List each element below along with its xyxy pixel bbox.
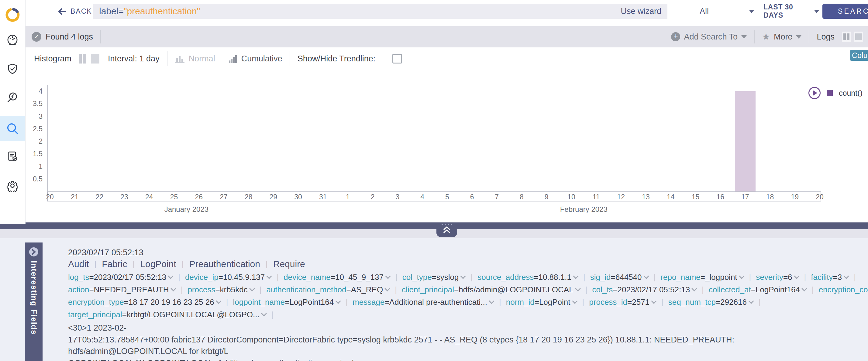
chevron-down-icon[interactable] bbox=[336, 298, 341, 304]
tag-separator: | bbox=[181, 285, 183, 294]
x-axis-day-label: 17 bbox=[733, 193, 757, 201]
field-tag-collected_at[interactable]: collected_at=LogPoint164 bbox=[709, 285, 806, 294]
field-tag-log_ts[interactable]: log_ts=2023/02/17 05:52:13 bbox=[68, 272, 173, 282]
time-range-dropdown[interactable]: LAST 30 DAYS bbox=[764, 4, 819, 19]
sidebar-item-search-active[interactable] bbox=[0, 116, 25, 141]
histogram-bar[interactable] bbox=[735, 91, 755, 191]
divider bbox=[809, 30, 809, 43]
log-label-preauthentication[interactable]: Preauthentication bbox=[189, 259, 260, 269]
add-search-to-button[interactable]: + Add Search To bbox=[671, 32, 747, 42]
more-button[interactable]: ★ More bbox=[762, 32, 801, 42]
chevron-down-icon[interactable] bbox=[216, 298, 221, 304]
chevron-down-icon[interactable] bbox=[794, 273, 799, 279]
x-axis-day-label: 23 bbox=[112, 193, 136, 201]
chevron-down-icon[interactable] bbox=[385, 286, 390, 291]
use-wizard-button[interactable]: Use wizard bbox=[621, 7, 661, 16]
interesting-fields-rail[interactable]: Interesting Fields bbox=[25, 242, 42, 361]
sidebar-item-settings[interactable] bbox=[0, 173, 25, 198]
tag-separator: | bbox=[654, 272, 656, 282]
search-query-input[interactable]: label="preauthentication" Use wizard bbox=[93, 4, 668, 19]
x-axis-month-label: February 2023 bbox=[541, 205, 626, 214]
field-tag-target_principal[interactable]: target_principal=krbtgt/LOGPOINT.LOCAL@L… bbox=[68, 310, 266, 319]
chevron-down-icon[interactable] bbox=[249, 286, 255, 291]
chart-type-dropdown[interactable]: Column bbox=[850, 50, 868, 61]
tag-separator: | bbox=[346, 297, 348, 306]
histogram-split-toggle[interactable] bbox=[79, 54, 87, 64]
divider bbox=[167, 51, 167, 66]
drag-handle-dots[interactable] bbox=[439, 224, 455, 225]
chevron-down-icon[interactable] bbox=[739, 273, 744, 279]
field-tag-device_name[interactable]: device_name=10_45_9_137 bbox=[284, 272, 390, 282]
field-tag-col_type[interactable]: col_type=syslog bbox=[402, 272, 465, 282]
sidebar-item-compliance[interactable] bbox=[0, 57, 25, 81]
chevron-down-icon[interactable] bbox=[748, 298, 754, 304]
field-tag-seq_num_tcp[interactable]: seq_num_tcp=292616 bbox=[668, 297, 753, 306]
cumulative-mode-button[interactable]: Cumulative bbox=[241, 54, 282, 64]
topbar: BACK label="preauthentication" Use wizar… bbox=[25, 0, 868, 26]
tag-separator: | bbox=[583, 272, 585, 282]
chevron-down-icon[interactable] bbox=[575, 286, 581, 291]
chevron-down-icon[interactable] bbox=[168, 273, 173, 279]
field-tag-repo_name[interactable]: repo_name=_logpoint bbox=[660, 272, 743, 282]
trendline-checkbox[interactable] bbox=[392, 54, 402, 64]
chevron-down-icon[interactable] bbox=[651, 298, 656, 304]
log-label-require[interactable]: Require bbox=[273, 259, 305, 269]
field-tag-source_address[interactable]: source_address=10.88.1.1 bbox=[477, 272, 578, 282]
chevron-down-icon[interactable] bbox=[643, 273, 649, 279]
sidebar-item-dashboard[interactable] bbox=[0, 27, 25, 52]
chevron-down-icon[interactable] bbox=[261, 311, 267, 316]
field-tag-encryption_type[interactable]: encryption_type=18 17 20 19 16 23 25 26 bbox=[68, 297, 221, 306]
label-separator: | bbox=[266, 260, 268, 269]
chevron-down-icon[interactable] bbox=[844, 273, 849, 279]
log-label-logpoint[interactable]: LogPoint bbox=[140, 259, 176, 269]
chevron-down-icon[interactable] bbox=[489, 298, 494, 304]
field-tag-device_ip[interactable]: device_ip=10.45.9.137 bbox=[185, 272, 271, 282]
x-axis-day-label: 16 bbox=[708, 193, 733, 201]
raw-log-text: <30>1 2023-02- 17T05:52:13.785847+00:00 … bbox=[68, 322, 839, 361]
logs-full-view-toggle[interactable] bbox=[854, 32, 863, 42]
log-label-audit[interactable]: Audit bbox=[68, 259, 89, 269]
back-button[interactable]: BACK bbox=[58, 7, 92, 15]
field-tag-sig_id[interactable]: sig_id=644540 bbox=[590, 272, 648, 282]
log-label-fabric[interactable]: Fabric bbox=[102, 259, 127, 269]
sidebar-item-threat-hunting[interactable] bbox=[0, 85, 25, 110]
field-tag-process_id[interactable]: process_id=2571 bbox=[589, 297, 656, 306]
field-tag-action[interactable]: action=NEEDED_PREAUTH bbox=[68, 285, 175, 294]
field-tag-norm_id[interactable]: norm_id=LogPoint bbox=[506, 297, 577, 306]
chevron-down-icon[interactable] bbox=[573, 273, 578, 279]
field-tag-authentication_method[interactable]: authentication_method=AS_REQ bbox=[266, 285, 389, 294]
chevron-down-icon[interactable] bbox=[267, 273, 272, 279]
divider bbox=[100, 30, 101, 43]
field-tag-process[interactable]: process=krb5kdc bbox=[188, 285, 254, 294]
search-button[interactable]: SEARCH bbox=[823, 4, 868, 19]
field-tag-client_principal[interactable]: client_principal=hdfs/admin@LOGPOINT.LOC… bbox=[402, 285, 580, 294]
chevron-down-icon[interactable] bbox=[170, 286, 176, 291]
histogram-full-toggle[interactable] bbox=[91, 54, 99, 64]
field-tag-message[interactable]: message=Additional pre-authenticati... bbox=[352, 297, 494, 306]
logpoint-logo[interactable] bbox=[0, 2, 25, 27]
x-axis-day-label: 4 bbox=[410, 193, 435, 201]
chevron-down-icon[interactable] bbox=[385, 273, 391, 279]
field-tag-severity[interactable]: severity=6 bbox=[756, 272, 798, 282]
field-tag-col_ts[interactable]: col_ts=2023/02/17 05:52:13 bbox=[592, 285, 696, 294]
logs-split-view-toggle[interactable] bbox=[842, 32, 851, 42]
play-circle-icon[interactable] bbox=[808, 87, 820, 99]
chevron-down-icon[interactable] bbox=[460, 273, 466, 279]
tag-separator: | bbox=[758, 297, 761, 306]
panel-divider-strip bbox=[0, 229, 868, 238]
results-toolbar: ✓ Found 4 logs + Add Search To ★ More Lo… bbox=[25, 26, 868, 47]
field-tag-encryption_count[interactable]: encryption_count=8 bbox=[819, 285, 868, 294]
x-axis-day-label: 12 bbox=[609, 193, 633, 201]
chevron-down-icon[interactable] bbox=[691, 286, 697, 291]
x-axis-day-label: 28 bbox=[237, 193, 261, 201]
sidebar-item-reports[interactable] bbox=[0, 144, 25, 169]
chevron-down-icon[interactable] bbox=[572, 298, 578, 304]
normal-mode-button[interactable]: Normal bbox=[189, 54, 215, 64]
x-axis-day-label: 3 bbox=[385, 193, 410, 201]
field-tag-facility[interactable]: facility=3 bbox=[811, 272, 848, 282]
chevron-down-icon[interactable] bbox=[801, 286, 807, 291]
field-tag-logpoint_name[interactable]: logpoint_name=LogPoint164 bbox=[233, 297, 340, 306]
chevron-down-icon bbox=[749, 10, 754, 13]
repo-dropdown[interactable]: All bbox=[700, 4, 754, 19]
expand-fields-icon[interactable] bbox=[29, 248, 38, 257]
